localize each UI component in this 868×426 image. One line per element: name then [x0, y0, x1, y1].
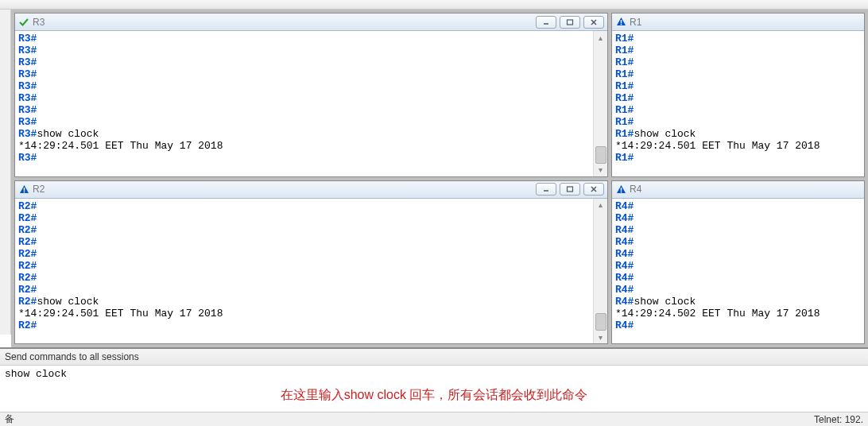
window-controls	[536, 183, 604, 196]
scroll-thumb[interactable]	[595, 313, 606, 331]
scroll-up-icon[interactable]: ▴	[595, 31, 607, 44]
annotation-text: 在这里输入show clock 回车，所有会话都会收到此命令	[0, 382, 868, 412]
maximize-button[interactable]	[560, 16, 580, 29]
terminal-output-r1[interactable]: R1# R1# R1# R1# R1# R1# R1# R1# R1#show …	[612, 31, 864, 176]
send-commands-panel: Send commands to all sessions 在这里输入show …	[0, 347, 868, 412]
minimize-button[interactable]	[536, 16, 556, 29]
svg-point-13	[620, 191, 622, 192]
send-commands-input[interactable]	[0, 366, 868, 382]
vertical-scrollbar[interactable]: ▴ ▾	[593, 199, 607, 344]
pane-title: R1	[630, 17, 641, 28]
left-gutter	[0, 10, 11, 335]
pane-title: R3	[33, 17, 45, 28]
pane-title: R2	[33, 184, 45, 195]
window-controls	[536, 16, 604, 29]
svg-rect-9	[568, 187, 573, 192]
pane-header-r3[interactable]: R3	[15, 14, 607, 31]
scroll-down-icon[interactable]: ▾	[595, 331, 607, 343]
status-warn-icon	[615, 17, 626, 28]
maximize-button[interactable]	[560, 183, 580, 196]
pane-header-r2[interactable]: R2	[15, 181, 607, 199]
status-right: Telnet: 192.	[814, 414, 863, 425]
send-commands-label: Send commands to all sessions	[0, 349, 868, 366]
status-warn-icon	[615, 184, 626, 195]
vertical-scrollbar[interactable]: ▴ ▾	[593, 31, 607, 176]
terminal-output-r3[interactable]: R3# R3# R3# R3# R3# R3# R3# R3# R3#show …	[15, 31, 593, 176]
status-ok-icon	[18, 17, 29, 28]
scroll-track[interactable]	[595, 44, 607, 164]
workspace-grid: R3 R3# R3# R3# R3# R3# R3# R3# R3# R3#sh…	[11, 10, 868, 347]
svg-point-7	[23, 191, 25, 192]
scroll-down-icon[interactable]: ▾	[595, 164, 607, 176]
terminal-output-r4[interactable]: R4# R4# R4# R4# R4# R4# R4# R4# R4#show …	[612, 199, 864, 344]
scroll-track[interactable]	[595, 211, 607, 331]
minimize-button[interactable]	[536, 183, 556, 196]
scroll-up-icon[interactable]: ▴	[595, 199, 607, 211]
pane-r2: R2 R2# R2# R2# R2# R2# R2# R2# R2# R2#sh…	[14, 180, 608, 345]
pane-header-r4[interactable]: R4	[612, 181, 864, 199]
close-button[interactable]	[583, 183, 604, 196]
scroll-thumb[interactable]	[595, 146, 606, 164]
pane-r1: R1 R1# R1# R1# R1# R1# R1# R1# R1# R1#sh…	[611, 13, 865, 177]
pane-header-r1[interactable]: R1	[612, 14, 864, 31]
pane-r3: R3 R3# R3# R3# R3# R3# R3# R3# R3# R3#sh…	[14, 13, 608, 177]
pane-title: R4	[630, 184, 641, 195]
top-toolbar	[0, 0, 868, 10]
svg-point-5	[620, 24, 622, 25]
svg-rect-1	[568, 20, 573, 25]
status-bar: 备 Telnet: 192.	[0, 412, 868, 426]
status-warn-icon	[18, 184, 29, 195]
close-button[interactable]	[583, 16, 604, 29]
terminal-output-r2[interactable]: R2# R2# R2# R2# R2# R2# R2# R2# R2#show …	[15, 199, 593, 344]
pane-r4: R4 R4# R4# R4# R4# R4# R4# R4# R4# R4#sh…	[611, 180, 865, 345]
status-left: 备	[5, 412, 14, 426]
